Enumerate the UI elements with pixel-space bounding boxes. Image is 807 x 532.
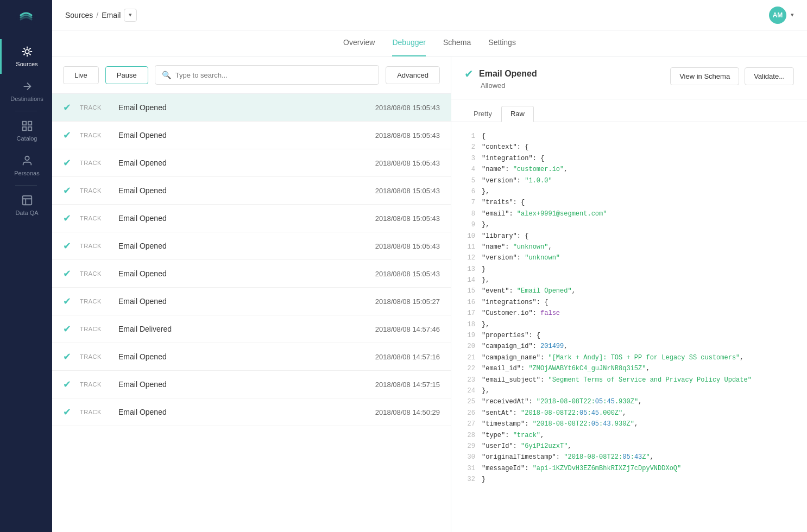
detail-title-wrap: ✔ Email Opened (464, 67, 537, 80)
sidebar-divider-1 (15, 111, 37, 111)
json-line: 28 "type": "track", (464, 430, 794, 441)
breadcrumb-current: Email (102, 11, 121, 20)
event-name: Email Opened (118, 297, 367, 306)
json-line: 19 "properties": { (464, 330, 794, 341)
sidebar-label-personas: Personas (14, 170, 39, 176)
sidebar-item-sources[interactable]: Sources (0, 39, 52, 74)
sidebar-divider-2 (15, 185, 37, 186)
event-time: 2018/08/08 15:05:43 (375, 214, 440, 223)
event-time: 2018/08/08 15:05:43 (375, 242, 440, 250)
json-line: 5 "version": "1.0.0" (464, 175, 794, 186)
tab-debugger[interactable]: Debugger (392, 30, 426, 56)
search-input[interactable] (175, 71, 372, 79)
event-row[interactable]: ✔ TRACK Email Delivered 2018/08/08 14:57… (52, 315, 451, 343)
pause-button[interactable]: Pause (105, 66, 148, 84)
event-type: TRACK (80, 104, 110, 111)
event-time: 2018/08/08 15:05:43 (375, 187, 440, 195)
json-line: 2 "context": { (464, 142, 794, 153)
event-check-icon: ✔ (63, 295, 71, 307)
json-view: 1{2 "context": {3 "integration": {4 "nam… (451, 122, 807, 532)
event-type: TRACK (80, 270, 110, 277)
event-check-icon: ✔ (63, 102, 71, 113)
event-time: 2018/08/08 14:57:16 (375, 353, 440, 361)
sidebar-item-catalog[interactable]: Catalog (0, 113, 52, 148)
event-time: 2018/08/08 15:05:43 (375, 270, 440, 278)
json-line: 31 "messageId": "api-1KZVDvH3EZ6mBhkRIXZ… (464, 463, 794, 474)
event-time: 2018/08/08 14:57:46 (375, 325, 440, 333)
event-type: TRACK (80, 215, 110, 221)
data-qa-icon (21, 194, 33, 206)
live-button[interactable]: Live (63, 66, 99, 84)
json-line: 10 "library": { (464, 231, 794, 242)
json-line: 18 }, (464, 319, 794, 330)
event-type: TRACK (80, 409, 110, 415)
json-line: 17 "Customer.io": false (464, 308, 794, 319)
event-type: TRACK (80, 243, 110, 249)
event-row[interactable]: ✔ TRACK Email Opened 2018/08/08 15:05:43 (52, 122, 451, 149)
event-row[interactable]: ✔ TRACK Email Opened 2018/08/08 15:05:43 (52, 149, 451, 177)
event-row[interactable]: ✔ TRACK Email Opened 2018/08/08 14:50:29 (52, 398, 451, 426)
user-avatar[interactable]: AM (769, 7, 786, 24)
breadcrumb-sources-link[interactable]: Sources (65, 11, 93, 20)
event-row[interactable]: ✔ TRACK Email Opened 2018/08/08 15:05:27 (52, 288, 451, 315)
event-check-icon: ✔ (63, 129, 71, 141)
event-name: Email Opened (118, 103, 367, 112)
event-time: 2018/08/08 14:57:15 (375, 381, 440, 389)
event-time: 2018/08/08 14:50:29 (375, 408, 440, 416)
event-time: 2018/08/08 15:05:43 (375, 159, 440, 167)
event-row[interactable]: ✔ TRACK Email Opened 2018/08/08 15:05:43 (52, 177, 451, 205)
sidebar-item-data-qa[interactable]: Data QA (0, 188, 52, 223)
event-name: Email Opened (118, 242, 367, 250)
tab-pretty[interactable]: Pretty (464, 106, 501, 122)
json-line: 4 "name": "customer.io", (464, 164, 794, 175)
json-line: 15 "event": "Email Opened", (464, 286, 794, 296)
json-line: 11 "name": "unknown", (464, 242, 794, 252)
json-line: 7 "traits": { (464, 197, 794, 208)
tab-settings[interactable]: Settings (488, 30, 516, 56)
user-section: AM ▾ (769, 7, 794, 24)
search-wrapper: 🔍 (155, 65, 379, 85)
event-row[interactable]: ✔ TRACK Email Opened 2018/08/08 14:57:16 (52, 343, 451, 371)
validate-button[interactable]: Validate... (745, 67, 794, 85)
event-type: TRACK (80, 132, 110, 138)
tab-schema[interactable]: Schema (443, 30, 471, 56)
json-line: 22 "email_id": "ZMOjAWABYt6kC4_guJNrNR8q… (464, 363, 794, 374)
event-row[interactable]: ✔ TRACK Email Opened 2018/08/08 15:05:43 (52, 232, 451, 260)
json-line: 20 "campaign_id": 201499, (464, 341, 794, 352)
detail-event-name: Email Opened (479, 69, 537, 79)
tab-raw[interactable]: Raw (501, 106, 534, 122)
event-name: Email Opened (118, 159, 367, 167)
sidebar-item-destinations[interactable]: Destinations (0, 74, 52, 109)
event-name: Email Opened (118, 186, 367, 195)
json-line: 14 }, (464, 275, 794, 286)
json-line: 1{ (464, 131, 794, 142)
sidebar-label-sources: Sources (16, 61, 37, 67)
event-row[interactable]: ✔ TRACK Email Opened 2018/08/08 14:57:15 (52, 371, 451, 398)
user-chevron-icon[interactable]: ▾ (791, 11, 794, 18)
search-icon: 🔍 (162, 71, 171, 79)
event-row[interactable]: ✔ TRACK Email Opened 2018/08/08 15:05:43 (52, 260, 451, 288)
detail-actions: View in Schema Validate... (670, 67, 794, 85)
json-line: 13 } (464, 264, 794, 275)
breadcrumb-dropdown-button[interactable]: ▾ (124, 9, 137, 22)
event-row[interactable]: ✔ TRACK Email Opened 2018/08/08 15:05:43 (52, 94, 451, 122)
detail-title-section: ✔ Email Opened Allowed (464, 67, 537, 90)
event-panel: Live Pause 🔍 Advanced ✔ TRACK Email Open… (52, 56, 451, 532)
event-check-icon: ✔ (63, 378, 71, 390)
json-line: 23 "email_subject": "Segment Terms of Se… (464, 375, 794, 385)
event-name: Email Opened (118, 352, 367, 361)
sidebar-label-catalog: Catalog (17, 135, 37, 142)
tab-overview[interactable]: Overview (343, 30, 375, 56)
json-line: 16 "integrations": { (464, 297, 794, 308)
json-line: 29 "userId": "6yiPi2uzxT", (464, 441, 794, 452)
sidebar-item-personas[interactable]: Personas (0, 148, 52, 183)
json-line: 12 "version": "unknown" (464, 252, 794, 263)
debugger-toolbar: Live Pause 🔍 Advanced (52, 56, 451, 94)
view-in-schema-button[interactable]: View in Schema (670, 67, 739, 85)
event-row[interactable]: ✔ TRACK Email Opened 2018/08/08 15:05:43 (52, 205, 451, 232)
main-content: Sources / Email ▾ AM ▾ Overview Debugger… (52, 0, 807, 532)
breadcrumb: Sources / Email ▾ (65, 9, 137, 22)
advanced-button[interactable]: Advanced (386, 66, 440, 84)
detail-tabs: Pretty Raw (451, 99, 807, 122)
event-check-icon: ✔ (63, 212, 71, 224)
